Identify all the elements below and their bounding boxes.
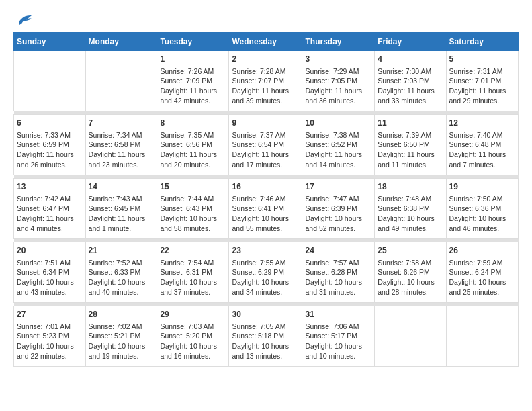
sunrise-text: Sunrise: 7:06 AM [305, 322, 371, 332]
sunrise-text: Sunrise: 7:47 AM [305, 194, 371, 204]
daylight-text: Daylight: 10 hours and 10 minutes. [305, 341, 371, 361]
daylight-text: Daylight: 10 hours and 13 minutes. [232, 341, 299, 361]
sunrise-text: Sunrise: 7:29 AM [305, 66, 371, 77]
day-number: 19 [449, 181, 515, 193]
day-number: 5 [449, 54, 515, 65]
sunset-text: Sunset: 6:59 PM [17, 140, 83, 150]
day-number: 26 [449, 245, 515, 257]
daylight-text: Daylight: 10 hours and 37 minutes. [160, 277, 226, 297]
sunset-text: Sunset: 6:58 PM [89, 140, 154, 150]
calendar-cell [375, 306, 446, 367]
daylight-text: Daylight: 10 hours and 31 minutes. [305, 277, 371, 297]
sunset-text: Sunset: 5:17 PM [305, 331, 371, 341]
calendar-cell: 18Sunrise: 7:48 AMSunset: 6:38 PMDayligh… [375, 179, 446, 239]
daylight-text: Daylight: 10 hours and 52 minutes. [305, 214, 371, 233]
sunset-text: Sunset: 7:03 PM [378, 76, 443, 86]
sunrise-text: Sunrise: 7:26 AM [160, 66, 226, 77]
day-number: 30 [232, 309, 299, 320]
calendar-cell: 12Sunrise: 7:40 AMSunset: 6:48 PMDayligh… [446, 115, 518, 175]
daylight-text: Daylight: 10 hours and 46 minutes. [449, 214, 515, 233]
sunrise-text: Sunrise: 7:28 AM [232, 66, 299, 77]
daylight-text: Daylight: 11 hours and 20 minutes. [160, 150, 226, 169]
sunset-text: Sunset: 6:26 PM [378, 267, 443, 277]
sunset-text: Sunset: 6:50 PM [378, 140, 443, 150]
sunset-text: Sunset: 6:36 PM [449, 203, 515, 214]
weekday-header-wednesday: Wednesday [229, 33, 302, 51]
sunset-text: Sunset: 6:24 PM [449, 267, 515, 277]
day-number: 16 [232, 181, 299, 193]
weekday-header-thursday: Thursday [302, 33, 375, 51]
sunrise-text: Sunrise: 7:48 AM [378, 194, 443, 204]
sunset-text: Sunset: 7:07 PM [232, 76, 299, 86]
sunrise-text: Sunrise: 7:51 AM [17, 258, 83, 268]
calendar-cell: 3Sunrise: 7:29 AMSunset: 7:05 PMDaylight… [302, 51, 375, 111]
sunset-text: Sunset: 6:41 PM [232, 203, 299, 214]
calendar-cell: 29Sunrise: 7:03 AMSunset: 5:20 PMDayligh… [157, 306, 229, 367]
sunset-text: Sunset: 5:21 PM [89, 331, 154, 341]
daylight-text: Daylight: 10 hours and 55 minutes. [232, 214, 299, 233]
daylight-text: Daylight: 11 hours and 42 minutes. [160, 86, 226, 105]
sunset-text: Sunset: 7:09 PM [160, 76, 226, 86]
daylight-text: Daylight: 11 hours and 29 minutes. [449, 86, 515, 105]
day-number: 22 [160, 245, 226, 257]
sunrise-text: Sunrise: 7:35 AM [160, 130, 226, 140]
calendar-cell: 13Sunrise: 7:42 AMSunset: 6:47 PMDayligh… [14, 179, 86, 239]
sunrise-text: Sunrise: 7:01 AM [17, 322, 83, 332]
day-number: 4 [378, 54, 443, 65]
sunrise-text: Sunrise: 7:05 AM [232, 322, 299, 332]
sunset-text: Sunset: 7:01 PM [449, 76, 515, 86]
calendar-cell: 7Sunrise: 7:34 AMSunset: 6:58 PMDaylight… [85, 115, 157, 175]
sunset-text: Sunset: 6:28 PM [305, 267, 371, 277]
day-number: 31 [305, 309, 371, 320]
calendar-cell [14, 51, 86, 111]
calendar-cell: 24Sunrise: 7:57 AMSunset: 6:28 PMDayligh… [302, 242, 375, 303]
daylight-text: Daylight: 11 hours and 17 minutes. [232, 150, 299, 169]
calendar-cell: 5Sunrise: 7:31 AMSunset: 7:01 PMDaylight… [446, 51, 518, 111]
sunset-text: Sunset: 6:33 PM [89, 267, 154, 277]
calendar-week-row: 1Sunrise: 7:26 AMSunset: 7:09 PMDaylight… [14, 51, 519, 111]
day-number: 8 [160, 118, 226, 129]
sunrise-text: Sunrise: 7:34 AM [89, 130, 154, 140]
day-number: 3 [305, 54, 371, 65]
sunset-text: Sunset: 6:43 PM [160, 203, 226, 214]
day-number: 12 [449, 118, 515, 129]
daylight-text: Daylight: 10 hours and 25 minutes. [449, 277, 515, 297]
sunrise-text: Sunrise: 7:54 AM [160, 258, 226, 268]
daylight-text: Daylight: 11 hours and 7 minutes. [449, 150, 515, 169]
day-number: 18 [378, 181, 443, 193]
weekday-header-friday: Friday [375, 33, 446, 51]
daylight-text: Daylight: 11 hours and 26 minutes. [17, 150, 83, 169]
sunrise-text: Sunrise: 7:59 AM [449, 258, 515, 268]
logo-bird-icon [14, 13, 32, 26]
sunrise-text: Sunrise: 7:02 AM [89, 322, 154, 332]
sunrise-text: Sunrise: 7:38 AM [305, 130, 371, 140]
day-number: 20 [17, 245, 83, 257]
sunset-text: Sunset: 6:34 PM [17, 267, 83, 277]
calendar-table: SundayMondayTuesdayWednesdayThursdayFrid… [13, 32, 519, 367]
daylight-text: Daylight: 10 hours and 28 minutes. [378, 277, 443, 297]
daylight-text: Daylight: 11 hours and 11 minutes. [378, 150, 443, 169]
day-number: 21 [89, 245, 154, 257]
weekday-header-tuesday: Tuesday [157, 33, 229, 51]
calendar-cell: 22Sunrise: 7:54 AMSunset: 6:31 PMDayligh… [157, 242, 229, 303]
day-number: 1 [160, 54, 226, 65]
sunset-text: Sunset: 5:23 PM [17, 331, 83, 341]
sunset-text: Sunset: 6:48 PM [449, 140, 515, 150]
day-number: 28 [89, 309, 154, 320]
daylight-text: Daylight: 10 hours and 40 minutes. [89, 277, 154, 297]
calendar-cell: 25Sunrise: 7:58 AMSunset: 6:26 PMDayligh… [375, 242, 446, 303]
daylight-text: Daylight: 10 hours and 22 minutes. [17, 341, 83, 361]
calendar-cell: 1Sunrise: 7:26 AMSunset: 7:09 PMDaylight… [157, 51, 229, 111]
day-number: 6 [17, 118, 83, 129]
sunrise-text: Sunrise: 7:39 AM [378, 130, 443, 140]
weekday-header-sunday: Sunday [14, 33, 86, 51]
calendar-cell: 9Sunrise: 7:37 AMSunset: 6:54 PMDaylight… [229, 115, 302, 175]
sunset-text: Sunset: 5:20 PM [160, 331, 226, 341]
daylight-text: Daylight: 10 hours and 43 minutes. [17, 277, 83, 297]
sunset-text: Sunset: 6:54 PM [232, 140, 299, 150]
calendar-cell: 27Sunrise: 7:01 AMSunset: 5:23 PMDayligh… [14, 306, 86, 367]
daylight-text: Daylight: 10 hours and 16 minutes. [160, 341, 226, 361]
day-number: 25 [378, 245, 443, 257]
sunrise-text: Sunrise: 7:33 AM [17, 130, 83, 140]
logo [13, 13, 32, 26]
